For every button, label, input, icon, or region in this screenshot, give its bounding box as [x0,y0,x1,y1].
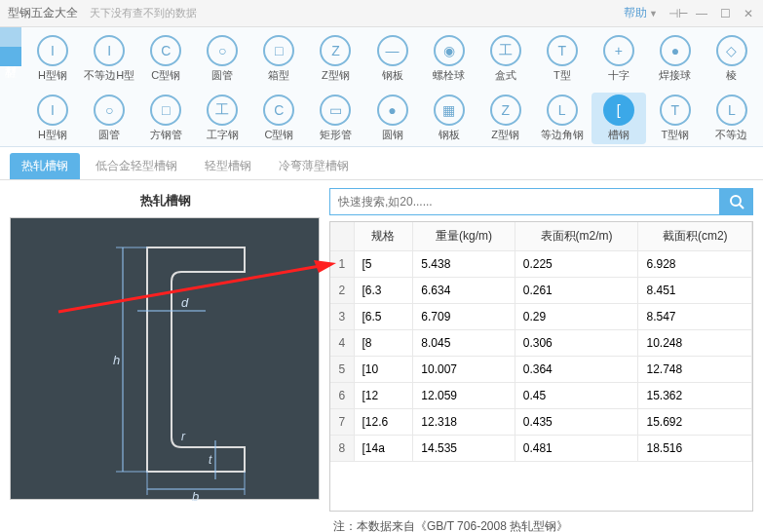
table-cell: 0.364 [515,357,638,383]
ribbon-item-T型[interactable]: TT型 [535,33,590,85]
ribbon-label: 不等边H型 [84,68,134,83]
table-row[interactable]: 3[6.56.7090.298.547 [330,304,752,330]
shape-icon: C [150,35,181,66]
table-cell: 10.248 [638,330,752,357]
table-cell: 6.928 [638,251,752,278]
shape-icon: ○ [94,95,125,126]
row-number: 4 [330,330,354,357]
table-cell: 12.059 [413,383,515,409]
table-cell: 0.45 [515,383,638,409]
side-tab-welding[interactable]: 焊接 [0,27,21,47]
minimize-button[interactable]: — [695,7,708,20]
search-icon [729,194,744,209]
help-link[interactable]: 帮助▼ [624,5,658,21]
ribbon-item-圆钢[interactable]: ●圆钢 [364,93,419,144]
ribbon-item-不等边H型[interactable]: I不等边H型 [82,33,136,85]
table-row[interactable]: 8[14a14.5350.48118.516 [330,436,752,462]
table-row[interactable]: 7[12.612.3180.43515.692 [330,409,752,436]
table-cell: 10.007 [413,357,515,383]
pin-button[interactable]: ⊣⊢ [671,7,685,20]
ribbon-item-Z型钢[interactable]: ZZ型钢 [478,93,533,144]
svg-line-9 [740,205,744,209]
table-cell: 8.045 [413,330,515,357]
dim-d: d [181,295,189,310]
ribbon-item-不等边[interactable]: L不等边 [705,93,759,144]
ribbon-item-螺栓球[interactable]: ◉螺栓球 [422,33,477,85]
subtab[interactable]: 低合金轻型槽钢 [84,153,189,179]
ribbon-item-Z型钢[interactable]: ZZ型钢 [308,33,362,85]
column-header[interactable]: 规格 [354,222,413,251]
subtab[interactable]: 冷弯薄壁槽钢 [267,153,361,179]
table-cell: 15.362 [638,383,752,409]
subtab[interactable]: 热轧槽钢 [10,153,80,179]
ribbon-item-T型钢[interactable]: TT型钢 [648,93,703,144]
ribbon-item-C型钢[interactable]: CC型钢 [138,33,193,85]
column-header[interactable]: 重量(kg/m) [413,222,515,251]
data-table[interactable]: 规格重量(kg/m)表面积(m2/m)截面积(cm2) 1[55.4380.22… [329,221,753,512]
titlebar: 型钢五金大全 天下没有查不到的数据 帮助▼ ⊣⊢ — ☐ ✕ [0,0,763,27]
table-cell: [10 [354,357,413,383]
column-header[interactable]: 表面积(m2/m) [515,222,638,251]
ribbon-item-棱[interactable]: ◇棱 [705,33,759,85]
shape-icon: 工 [207,95,238,126]
ribbon-label: H型钢 [38,68,67,83]
search-input[interactable] [329,188,720,215]
column-header[interactable]: 截面积(cm2) [638,222,752,251]
maximize-button[interactable]: ☐ [718,7,732,20]
ribbon-item-C型钢[interactable]: CC型钢 [251,93,306,144]
row-number: 6 [330,383,354,409]
table-cell: [6.5 [354,304,413,330]
search-button[interactable] [720,188,753,215]
ribbon-item-圆管[interactable]: ○圆管 [195,33,249,85]
shape-icon: Z [490,95,521,126]
ribbon-item-方钢管[interactable]: □方钢管 [138,93,193,144]
app-title: 型钢五金大全 [8,5,78,21]
table-cell: 0.306 [515,330,638,357]
table-row[interactable]: 4[88.0450.30610.248 [330,330,752,357]
ribbon-item-十字[interactable]: +十字 [591,33,646,85]
chevron-down-icon: ▼ [649,9,658,19]
side-tab-profiles[interactable]: 型材 [0,47,21,66]
ribbon-label: 矩形管 [320,128,352,142]
shape-icon: C [263,95,294,126]
row-number: 7 [330,409,354,436]
table-row[interactable]: 2[6.36.6340.2618.451 [330,278,752,304]
ribbon-item-圆管[interactable]: ○圆管 [82,93,136,144]
table-cell: 6.709 [413,304,515,330]
ribbon-item-槽钢[interactable]: [槽钢 [591,93,646,144]
ribbon-item-钢板[interactable]: ▦钢板 [422,93,477,144]
footer-notes: 注：本数据来自《GB/T 706-2008 热轧型钢》 小贴士：双击或者ctrl… [0,512,763,532]
shape-icon: 工 [490,35,521,66]
shape-icon: ○ [207,35,238,66]
row-header-blank [330,222,354,251]
shape-icon: L [547,95,578,126]
close-button[interactable]: ✕ [742,7,755,20]
ribbon-item-盒式[interactable]: 工盒式 [478,33,533,85]
ribbon-label: T型 [553,68,571,83]
ribbon-label: 工字钢 [207,128,239,142]
ribbon-label: 不等边 [715,128,747,142]
table-row[interactable]: 1[55.4380.2256.928 [330,251,752,278]
table-row[interactable]: 5[1010.0070.36412.748 [330,357,752,383]
ribbon-item-工字钢[interactable]: 工工字钢 [195,93,249,144]
shape-icon: ▦ [434,95,465,126]
ribbon-item-H型钢[interactable]: IH型钢 [25,93,80,144]
subtab[interactable]: 轻型槽钢 [193,153,263,179]
ribbon-item-等边角钢[interactable]: L等边角钢 [535,93,590,144]
shape-icon: □ [150,95,181,126]
ribbon-label: 槽钢 [608,128,629,142]
ribbon-item-H型钢[interactable]: IH型钢 [25,33,80,85]
ribbon: 焊接 型材 IH型钢I不等边H型CC型钢○圆管□箱型ZZ型钢—钢板◉螺栓球工盒式… [0,27,763,147]
table-cell: 0.29 [515,304,638,330]
ribbon-item-箱型[interactable]: □箱型 [251,33,306,85]
table-cell: [8 [354,330,413,357]
shape-icon: [ [603,95,634,126]
ribbon-item-钢板[interactable]: —钢板 [364,33,419,85]
ribbon-item-焊接球[interactable]: ●焊接球 [648,33,703,85]
ribbon-label: C型钢 [264,128,293,142]
dim-h: h [113,353,120,367]
shape-icon: T [547,35,578,66]
ribbon-item-矩形管[interactable]: ▭矩形管 [308,93,362,144]
table-row[interactable]: 6[1212.0590.4515.362 [330,383,752,409]
table-cell: [14a [354,436,413,462]
